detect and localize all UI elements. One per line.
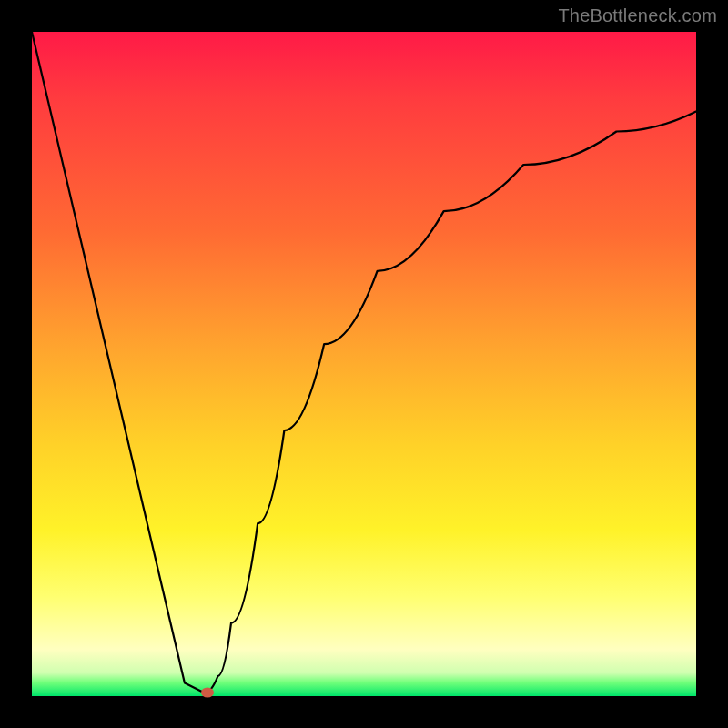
curve-layer <box>32 32 696 696</box>
chart-frame: TheBottleneck.com <box>0 0 728 728</box>
plot-area <box>32 32 696 696</box>
optimal-point-marker <box>201 688 214 698</box>
bottleneck-curve <box>32 32 696 693</box>
watermark-text: TheBottleneck.com <box>558 5 717 26</box>
